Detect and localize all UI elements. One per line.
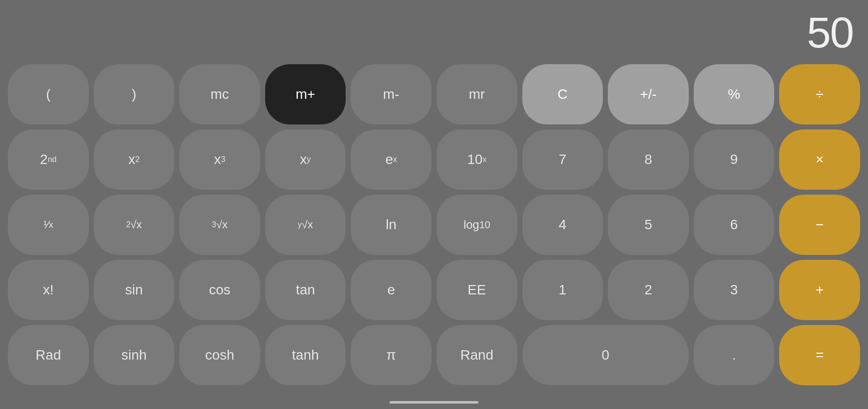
home-bar	[390, 401, 478, 404]
three-button[interactable]: 3	[694, 260, 775, 320]
calculator-grid: (( ) mc m+ m- mr C +/- % ÷ 2nd x2 x3 xy …	[0, 59, 868, 395]
e-button[interactable]: e	[351, 260, 432, 320]
sinh-button[interactable]: sinh	[94, 325, 175, 385]
four-button[interactable]: 4	[522, 195, 603, 255]
zero-button[interactable]: 0	[522, 325, 689, 385]
two-button[interactable]: 2	[608, 260, 689, 320]
factorial-button[interactable]: x!	[8, 260, 89, 320]
six-button[interactable]: 6	[694, 195, 775, 255]
x-y-button[interactable]: xy	[265, 129, 346, 190]
close-paren-button[interactable]: )	[94, 64, 175, 124]
sqrt-y-button[interactable]: y√x	[265, 195, 346, 255]
five-button[interactable]: 5	[608, 195, 689, 255]
plus-button[interactable]: +	[779, 260, 860, 320]
open-paren-button[interactable]: ((	[8, 64, 89, 124]
cosh-button[interactable]: cosh	[179, 325, 260, 385]
display: 50	[0, 0, 868, 59]
plus-minus-button[interactable]: +/-	[608, 64, 689, 124]
seven-button[interactable]: 7	[522, 129, 603, 190]
one-button[interactable]: 1	[522, 260, 603, 320]
nine-button[interactable]: 9	[694, 129, 775, 190]
pi-button[interactable]: π	[351, 325, 432, 385]
sin-button[interactable]: sin	[94, 260, 175, 320]
sqrt3-button[interactable]: 3√x	[179, 195, 260, 255]
display-value: 50	[807, 11, 853, 54]
cos-button[interactable]: cos	[179, 260, 260, 320]
ten-x-button[interactable]: 10x	[436, 129, 517, 190]
m-plus-button[interactable]: m+	[265, 64, 346, 124]
sqrt2-button[interactable]: 2√x	[94, 195, 175, 255]
one-over-x-button[interactable]: ¹⁄x	[8, 195, 89, 255]
rad-button[interactable]: Rad	[8, 325, 89, 385]
mr-button[interactable]: mr	[436, 64, 517, 124]
ee-button[interactable]: EE	[436, 260, 517, 320]
log10-button[interactable]: log10	[436, 195, 517, 255]
x-cubed-button[interactable]: x3	[179, 129, 260, 190]
equals-button[interactable]: =	[779, 325, 860, 385]
tan-button[interactable]: tan	[265, 260, 346, 320]
e-x-button[interactable]: ex	[351, 129, 432, 190]
percent-button[interactable]: %	[694, 64, 775, 124]
home-indicator	[0, 395, 868, 409]
tanh-button[interactable]: tanh	[265, 325, 346, 385]
rand-button[interactable]: Rand	[436, 325, 517, 385]
divide-button[interactable]: ÷	[779, 64, 860, 124]
second-button[interactable]: 2nd	[8, 129, 89, 190]
clear-button[interactable]: C	[522, 64, 603, 124]
multiply-button[interactable]: ×	[779, 129, 860, 190]
m-minus-button[interactable]: m-	[351, 64, 432, 124]
mc-button[interactable]: mc	[179, 64, 260, 124]
ln-button[interactable]: ln	[351, 195, 432, 255]
eight-button[interactable]: 8	[608, 129, 689, 190]
x-squared-button[interactable]: x2	[94, 129, 175, 190]
decimal-button[interactable]: .	[694, 325, 775, 385]
minus-button[interactable]: −	[779, 195, 860, 255]
